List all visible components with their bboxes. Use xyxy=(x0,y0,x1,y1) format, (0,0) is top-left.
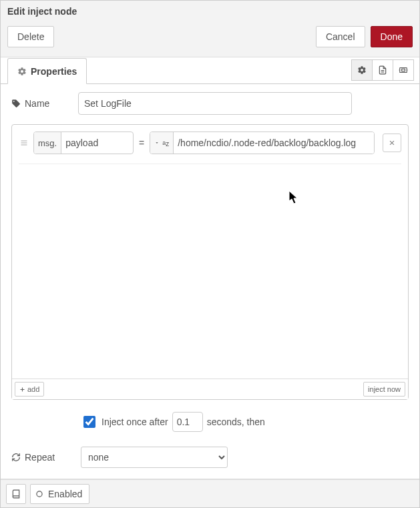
name-row: Name xyxy=(11,92,409,115)
appearance-icon-button[interactable] xyxy=(393,59,414,81)
repeat-row: Repeat none xyxy=(11,447,409,468)
name-label-text: Name xyxy=(25,98,49,109)
dialog-body: Name msg. = xyxy=(1,84,419,479)
tab-icon-buttons xyxy=(351,59,414,81)
prop-key-input-wrap: msg. xyxy=(33,132,134,154)
inject-once-checkbox[interactable] xyxy=(83,416,95,428)
name-input[interactable] xyxy=(78,92,352,115)
enabled-label: Enabled xyxy=(48,489,82,499)
svg-rect-5 xyxy=(402,69,405,71)
repeat-icon xyxy=(11,453,21,462)
info-button[interactable] xyxy=(6,484,26,504)
properties-icon-button[interactable] xyxy=(351,59,373,81)
add-prop-button[interactable]: add xyxy=(15,382,44,397)
prop-key-prefix[interactable]: msg. xyxy=(34,132,61,154)
description-icon-button[interactable] xyxy=(372,59,393,81)
equals-sign: = xyxy=(138,138,146,148)
prop-value-input[interactable] xyxy=(174,132,374,154)
name-label: Name xyxy=(11,98,78,109)
add-prop-label: add xyxy=(27,385,39,393)
enabled-toggle[interactable]: Enabled xyxy=(30,484,89,504)
edit-dialog: Edit inject node Delete Cancel Done Prop… xyxy=(0,0,420,508)
inject-once-label-after: seconds, then xyxy=(207,417,265,427)
payload-props-list: msg. = az xyxy=(12,125,408,378)
repeat-label: Repeat xyxy=(11,452,81,463)
dialog-title: Edit inject node xyxy=(7,6,413,17)
inject-now-button[interactable]: inject now xyxy=(363,382,405,397)
tag-icon xyxy=(11,99,21,108)
tab-properties-label: Properties xyxy=(31,66,77,77)
tab-properties[interactable]: Properties xyxy=(7,58,87,84)
gear-icon xyxy=(17,67,27,76)
prop-type-button[interactable]: az xyxy=(150,132,174,154)
dialog-header: Edit inject node Delete Cancel Done xyxy=(1,1,419,57)
repeat-label-text: Repeat xyxy=(25,452,55,463)
prop-row: msg. = az xyxy=(19,132,401,164)
cancel-button[interactable]: Cancel xyxy=(316,26,365,47)
tabs-row: Properties xyxy=(1,57,419,84)
right-buttons: Cancel Done xyxy=(316,26,413,47)
caret-down-icon xyxy=(154,140,160,146)
svg-point-13 xyxy=(37,491,42,496)
inject-once-delay-input[interactable] xyxy=(172,412,203,432)
inject-once-row: Inject once after seconds, then xyxy=(81,412,409,432)
book-icon xyxy=(11,489,21,499)
remove-prop-button[interactable] xyxy=(383,134,401,152)
plus-icon xyxy=(19,387,25,393)
string-type-icon: az xyxy=(162,140,169,148)
inject-once-label-before: Inject once after xyxy=(101,417,168,427)
dialog-footer: Enabled xyxy=(1,479,419,507)
done-button[interactable]: Done xyxy=(371,26,413,47)
svg-rect-2 xyxy=(400,68,407,73)
drag-handle-icon[interactable] xyxy=(19,139,29,147)
circle-icon xyxy=(35,489,44,499)
repeat-select[interactable]: none xyxy=(81,447,228,468)
payload-props-box: msg. = az xyxy=(11,124,409,400)
prop-key-input[interactable] xyxy=(61,132,128,154)
props-footer: add inject now xyxy=(12,378,408,399)
prop-value-input-wrap: az xyxy=(150,132,375,154)
close-icon xyxy=(389,140,395,146)
delete-button[interactable]: Delete xyxy=(7,26,54,47)
header-buttons: Delete Cancel Done xyxy=(7,26,413,50)
